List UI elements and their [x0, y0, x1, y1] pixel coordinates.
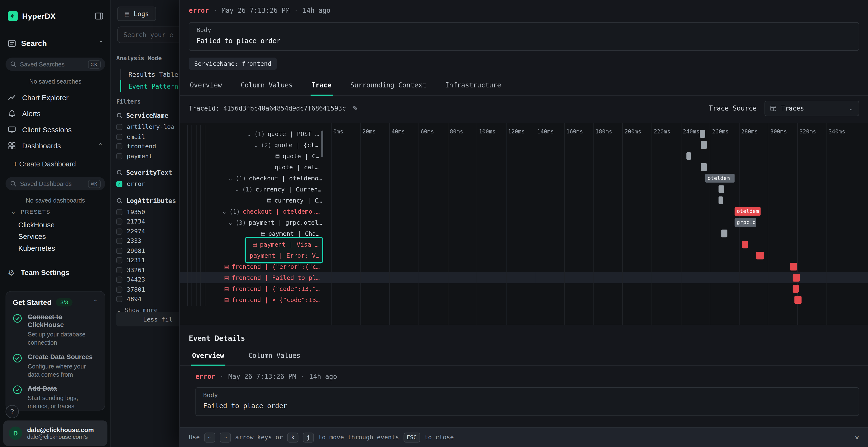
log-event-icon: ▤: [224, 264, 229, 270]
presets-header[interactable]: ⌄ PRESETS: [11, 209, 51, 215]
sidebar-item-team-settings[interactable]: ⚙ Team Settings: [0, 265, 111, 281]
tab-overview[interactable]: Overview: [191, 347, 225, 365]
span-row[interactable]: quote | calc…: [180, 162, 322, 173]
span-bar[interactable]: [756, 252, 764, 260]
checkbox[interactable]: ✓: [116, 181, 122, 187]
checkbox[interactable]: [116, 228, 122, 234]
span-row[interactable]: ▤quote | C…: [180, 150, 322, 162]
tab-column-values[interactable]: Column Values: [240, 76, 294, 95]
sidebar-item-chart-explorer[interactable]: Chart Explorer: [0, 90, 111, 106]
checkbox[interactable]: [116, 124, 122, 130]
span-row[interactable]: ⌄(1)quote | POST …: [180, 128, 322, 139]
j-key: j: [303, 432, 314, 442]
trace-source-dropdown[interactable]: Traces ⌄: [765, 101, 859, 116]
tab-overview[interactable]: Overview: [189, 76, 223, 95]
span-label: quote | C…: [283, 152, 319, 160]
span-bar[interactable]: [701, 141, 707, 149]
chevron-up-icon[interactable]: ⌃: [98, 142, 103, 149]
close-icon[interactable]: ✕: [855, 433, 859, 442]
span-row[interactable]: ▤frontend | × {"code":13,"d…: [180, 294, 322, 305]
search-section-header[interactable]: Search ⌃: [8, 37, 103, 50]
collapse-span-icon[interactable]: ⌄: [222, 208, 227, 214]
event-relative-time: 14h ago: [309, 373, 337, 381]
span-bar[interactable]: [700, 130, 706, 138]
span-row[interactable]: ⌄(3)payment | grpc.oteld…: [180, 217, 322, 228]
span-bar[interactable]: [718, 185, 724, 193]
tab-surrounding-context[interactable]: Surrounding Context: [349, 76, 427, 95]
saved-searches-field[interactable]: ⌘K: [5, 58, 105, 71]
saved-searches-input[interactable]: [20, 61, 85, 68]
span-row[interactable]: ⌄(1)currency | Currenc…: [180, 184, 322, 195]
span-bar[interactable]: [794, 296, 802, 304]
k-key: k: [287, 432, 299, 442]
chevron-up-icon[interactable]: ⌃: [98, 39, 103, 47]
service-name-chip[interactable]: ServiceName: frontend: [189, 58, 277, 70]
checkbox[interactable]: [116, 209, 122, 215]
saved-dashboards-field[interactable]: ⌘K: [5, 177, 105, 190]
span-bar[interactable]: [701, 163, 707, 171]
tab-infrastructure[interactable]: Infrastructure: [444, 76, 502, 95]
collapse-span-icon[interactable]: ⌄: [235, 186, 239, 192]
checkbox[interactable]: [116, 143, 122, 149]
preset-clickhouse[interactable]: ClickHouse: [18, 219, 55, 231]
checkbox[interactable]: [116, 248, 122, 253]
filter-option-label: payment: [127, 152, 152, 160]
span-bar[interactable]: [793, 285, 799, 293]
collapse-span-icon[interactable]: ⌄: [228, 175, 233, 181]
axis-tick: 100ms: [479, 128, 495, 134]
saved-dashboards-input[interactable]: [20, 180, 85, 187]
sidebar-item-client-sessions[interactable]: Client Sessions: [0, 122, 111, 138]
get-started-step[interactable]: Create Data Sources Configure where your…: [13, 353, 98, 379]
collapse-span-icon[interactable]: ⌄: [228, 219, 233, 226]
create-dashboard-button[interactable]: + Create Dashboard: [13, 161, 76, 168]
span-bar[interactable]: [718, 196, 723, 204]
checkbox[interactable]: [116, 257, 122, 264]
span-row[interactable]: ⌄(2)quote | {cl…: [180, 139, 322, 150]
checkbox[interactable]: [116, 286, 122, 293]
sidebar-item-alerts[interactable]: Alerts: [0, 106, 111, 122]
sidebar-item-dashboards[interactable]: Dashboards ⌃: [0, 138, 111, 154]
span-row[interactable]: ⌄(1)checkout | oteldemo.Pa…: [180, 206, 322, 217]
checkbox[interactable]: [116, 238, 122, 244]
span-row[interactable]: ▤frontend | Failed to place…: [180, 272, 322, 283]
checkbox[interactable]: [116, 153, 122, 159]
checkbox[interactable]: [116, 277, 122, 283]
checkbox[interactable]: [116, 267, 122, 273]
span-bar[interactable]: [721, 230, 727, 237]
tab-trace[interactable]: Trace: [310, 76, 333, 95]
span-row[interactable]: ⌄(1)checkout | oteldemo.…: [180, 173, 322, 184]
chevron-up-icon[interactable]: ⌃: [93, 299, 98, 306]
preset-kubernetes[interactable]: Kubernetes: [18, 242, 55, 254]
preset-services[interactable]: Services: [18, 231, 46, 242]
edit-trace-id-icon[interactable]: ✎: [352, 105, 358, 112]
nav-label: Alerts: [22, 110, 103, 118]
checkbox[interactable]: [116, 219, 122, 225]
search-icon: [10, 180, 17, 187]
collapse-span-icon[interactable]: ⌄: [247, 131, 251, 137]
separator-dot: ·: [294, 7, 298, 14]
help-button[interactable]: ?: [5, 405, 19, 418]
get-started-step[interactable]: Add Data Start sending logs, metrics, or…: [13, 385, 98, 410]
checkbox[interactable]: [116, 296, 122, 302]
search-section-icon: [8, 39, 16, 47]
span-bar[interactable]: [742, 241, 748, 248]
tab-column-values[interactable]: Column Values: [247, 347, 302, 365]
span-row[interactable]: ▤frontend | {"code":13,"det…: [180, 283, 322, 294]
collapse-sidebar-icon[interactable]: [95, 11, 104, 21]
collapse-span-icon[interactable]: ⌄: [254, 142, 258, 148]
span-bar[interactable]: [793, 274, 800, 281]
get-started-step[interactable]: Connect to ClickHouse Set up your databa…: [13, 313, 98, 347]
tree-scrollbar[interactable]: [321, 131, 323, 157]
user-menu[interactable]: D dale@clickhouse.com dale@clickhouse.co…: [3, 420, 107, 446]
span-bar[interactable]: oteldem: [735, 207, 761, 216]
span-row[interactable]: ▤currency | Conv…: [180, 195, 322, 206]
span-bar[interactable]: oteldem: [706, 174, 735, 182]
step-title: Add Data: [28, 385, 98, 392]
span-bar[interactable]: [686, 152, 691, 160]
span-bar[interactable]: [790, 263, 797, 271]
span-label: quote | POST …: [268, 130, 319, 138]
logs-icon: ▤: [125, 11, 130, 17]
checkbox[interactable]: [116, 134, 122, 140]
source-selector-button[interactable]: ▤ Logs: [117, 7, 156, 21]
span-bar[interactable]: grpc.o: [735, 218, 756, 227]
